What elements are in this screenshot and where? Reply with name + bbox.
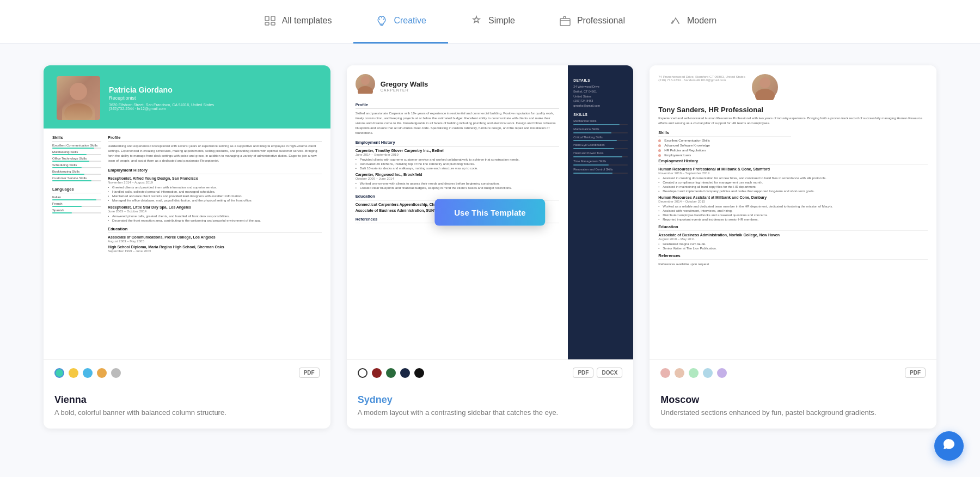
- template-card-moscow[interactable]: 74 Prunehenwood Drive, Stamford CT 06803…: [650, 65, 936, 429]
- moscow-card-name: Moscow: [660, 394, 926, 406]
- simple-icon: [470, 14, 483, 27]
- modern-icon: [669, 14, 682, 27]
- svg-point-10: [361, 76, 370, 85]
- vienna-resume-title: Receptionist: [109, 95, 214, 101]
- svg-rect-7: [560, 19, 570, 26]
- swatch-green[interactable]: [386, 368, 396, 378]
- nav-creative[interactable]: Creative: [353, 0, 448, 44]
- sydney-sidebar: Details 24 Weinwood DriveBethel, CT 0460…: [568, 65, 633, 359]
- vienna-preview: Patricia Giordano Receptionist 3620 Elfs…: [44, 65, 330, 359]
- vienna-swatches: [54, 368, 121, 378]
- moscow-grid: Skills Excellent Communication Skills Ad…: [658, 130, 928, 158]
- sydney-description: A modern layout with a contrasting sideb…: [358, 408, 623, 418]
- lang-french: French: [52, 202, 101, 207]
- skill-office: Office Technology Skills: [52, 157, 101, 162]
- svg-point-8: [70, 83, 87, 100]
- swatch-yellow[interactable]: [69, 368, 78, 378]
- nav-professional[interactable]: Professional: [537, 0, 647, 44]
- svg-rect-2: [265, 22, 269, 25]
- sydney-header: Gregory Walls CARPENTER: [356, 74, 560, 98]
- sydney-info: Sydney A modern layout with a contrastin…: [347, 386, 634, 429]
- sydney-swatches: [358, 368, 424, 378]
- vienna-name: Vienna: [54, 394, 320, 406]
- nav-modern-label: Modern: [687, 16, 716, 26]
- svg-point-13: [755, 89, 775, 100]
- nav-simple[interactable]: Simple: [448, 0, 537, 44]
- pdf-badge: PDF: [905, 368, 926, 378]
- pdf-badge: PDF: [299, 368, 320, 378]
- svg-rect-0: [265, 16, 269, 21]
- templates-grid: Patricia Giordano Receptionist 3620 Elfs…: [0, 44, 980, 450]
- moscow-footer: PDF: [650, 359, 936, 386]
- svg-rect-3: [271, 22, 275, 25]
- moscow-references: References References available upon req…: [658, 253, 928, 267]
- svg-point-4: [379, 19, 381, 20]
- nav-professional-label: Professional: [577, 16, 625, 26]
- swatch-lavender[interactable]: [717, 368, 727, 378]
- svg-rect-1: [271, 16, 275, 21]
- sydney-resume-name: Gregory Walls: [381, 80, 428, 88]
- svg-point-11: [358, 86, 373, 94]
- docx-badge: DOCX: [597, 368, 622, 378]
- svg-point-12: [759, 77, 770, 88]
- moscow-preview: 74 Prunehenwood Drive, Stamford CT 06803…: [650, 65, 936, 359]
- lang-spanish: Spanish: [52, 209, 101, 213]
- swatch-navy[interactable]: [400, 368, 410, 378]
- skill-communication: Excellent Communication Skills: [52, 144, 101, 149]
- swatch-peach[interactable]: [675, 368, 684, 378]
- swatch-black[interactable]: [414, 368, 424, 378]
- swatch-teal[interactable]: [54, 368, 64, 378]
- nav-bar: All templates Creative Simple: [0, 0, 980, 44]
- moscow-swatches: [660, 368, 727, 378]
- svg-point-9: [64, 103, 93, 120]
- professional-icon: [559, 14, 572, 27]
- nav-modern[interactable]: Modern: [647, 0, 738, 44]
- vienna-resume-contact: 3620 Elfshorn Street, San Francisco, CA …: [109, 103, 214, 111]
- nav-creative-label: Creative: [394, 16, 426, 26]
- nav-all-templates[interactable]: All templates: [242, 0, 354, 44]
- skill-customer: Customer Service Skills: [52, 176, 101, 181]
- vienna-formats: PDF: [299, 368, 320, 378]
- sydney-preview: Gregory Walls CARPENTER Profile Skilled …: [347, 65, 634, 359]
- sydney-use-template-button[interactable]: Use This Template: [434, 199, 545, 226]
- vienna-name-block: Patricia Giordano Receptionist 3620 Elfs…: [109, 85, 214, 111]
- languages-section-title: Languages: [52, 187, 101, 193]
- chat-button[interactable]: [934, 431, 964, 461]
- skills-section-title: Skills: [52, 135, 101, 142]
- moscow-education: Education Associate of Business Administ…: [658, 224, 928, 250]
- vienna-footer: PDF: [44, 359, 330, 386]
- chat-icon: [942, 437, 956, 455]
- vienna-body: Skills Excellent Communication Skills Mu…: [44, 129, 330, 359]
- vienna-left-col: Skills Excellent Communication Skills Mu…: [52, 135, 101, 353]
- vienna-description: A bold, colorful banner with balanced co…: [54, 408, 320, 418]
- moscow-formats: PDF: [905, 368, 926, 378]
- swatch-blue[interactable]: [83, 368, 93, 378]
- swatch-mint[interactable]: [689, 368, 699, 378]
- template-card-vienna[interactable]: Patricia Giordano Receptionist 3620 Elfs…: [44, 65, 330, 429]
- templates-icon: [264, 14, 277, 27]
- vienna-header: Patricia Giordano Receptionist 3620 Elfs…: [44, 65, 330, 129]
- moscow-info: Moscow Understated sections enhanced by …: [650, 386, 936, 429]
- swatch-red[interactable]: [372, 368, 382, 378]
- lang-italian: Italian: [52, 195, 101, 200]
- swatch-white[interactable]: [358, 368, 367, 378]
- sydney-photo: [356, 74, 375, 94]
- pdf-badge: PDF: [573, 368, 593, 378]
- moscow-name-block: Tony Sanders, HR Professional Experience…: [658, 106, 928, 126]
- swatch-pink[interactable]: [660, 368, 670, 378]
- skill-scheduling: Scheduling Skills: [52, 163, 101, 168]
- moscow-header: 74 Prunehenwood Drive, Stamford CT 06803…: [658, 74, 928, 100]
- sydney-card-name: Sydney: [358, 394, 623, 406]
- sydney-footer: PDF DOCX: [347, 359, 634, 386]
- sydney-resume-subtitle: CARPENTER: [381, 88, 428, 92]
- skill-multitasking: Multitasking Skills: [52, 150, 101, 155]
- template-card-sydney[interactable]: Gregory Walls CARPENTER Profile Skilled …: [347, 65, 634, 429]
- swatch-sky[interactable]: [703, 368, 713, 378]
- creative-icon: [375, 14, 388, 27]
- sydney-formats: PDF DOCX: [573, 368, 622, 378]
- swatch-orange[interactable]: [97, 368, 107, 378]
- skill-bookkeeping: Bookkeeping Skills: [52, 170, 101, 175]
- swatch-gray[interactable]: [111, 368, 121, 378]
- moscow-description: Understated sections enhanced by fun, pa…: [660, 408, 926, 418]
- svg-point-6: [383, 19, 384, 20]
